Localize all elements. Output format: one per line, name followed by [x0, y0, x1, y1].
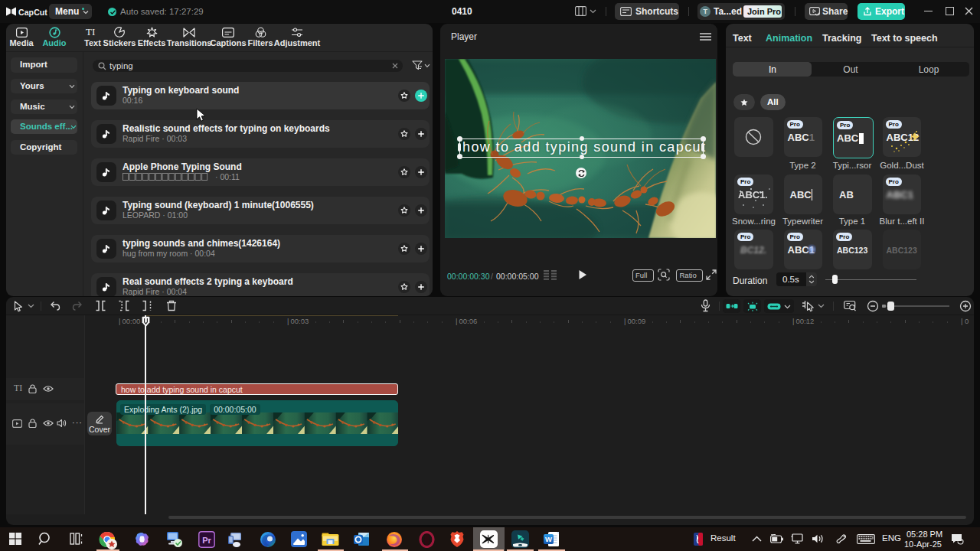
svg-text:W: W — [545, 535, 552, 543]
svg-text:Pr: Pr — [202, 536, 211, 545]
